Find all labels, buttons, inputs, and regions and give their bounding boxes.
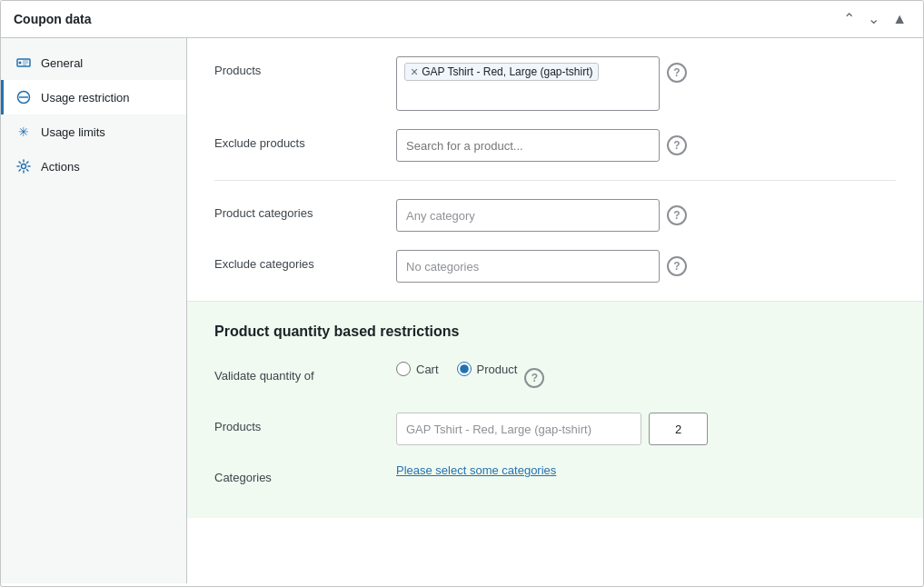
- products-help-icon[interactable]: ?: [667, 63, 687, 83]
- categories-qty-field-row: Categories Please select some categories: [214, 463, 896, 496]
- cart-radio-text: Cart: [416, 363, 439, 376]
- sidebar-item-general[interactable]: General: [1, 45, 186, 80]
- block-icon: [15, 89, 32, 105]
- categories-qty-label: Categories: [214, 463, 396, 484]
- main-content: Products × GAP Tshirt - Red, Large (gap-…: [187, 38, 923, 583]
- exclude-categories-field-row: Exclude categories No categories ?: [214, 250, 896, 283]
- exclude-categories-field-control: No categories ?: [396, 250, 896, 283]
- sidebar-item-general-label: General: [41, 56, 83, 70]
- divider-1: [214, 180, 896, 181]
- sidebar: General Usage restriction ✳ Usage limi: [1, 38, 187, 583]
- quantity-section-heading: Product quantity based restrictions: [214, 323, 896, 340]
- categories-qty-field-control: Please select some categories: [396, 463, 896, 477]
- window-title: Coupon data: [14, 12, 92, 26]
- gear-icon: [15, 158, 32, 174]
- expand-button[interactable]: ▲: [889, 10, 910, 28]
- usage-restriction-section: Products × GAP Tshirt - Red, Large (gap-…: [187, 38, 923, 302]
- cart-radio-label[interactable]: Cart: [396, 362, 439, 376]
- product-categories-label: Product categories: [214, 199, 396, 220]
- products-field-control: × GAP Tshirt - Red, Large (gap-tshirt) ?: [396, 56, 896, 111]
- chevron-down-button[interactable]: ⌄: [864, 10, 883, 28]
- exclude-products-help-icon[interactable]: ?: [667, 135, 687, 155]
- validate-quantity-help-icon[interactable]: ?: [524, 368, 544, 388]
- product-name-display: GAP Tshirt - Red, Large (gap-tshirt): [396, 413, 641, 445]
- exclude-categories-placeholder: No categories: [406, 260, 479, 274]
- product-tag: × GAP Tshirt - Red, Large (gap-tshirt): [404, 63, 599, 81]
- product-categories-help-icon[interactable]: ?: [667, 205, 687, 225]
- product-tag-label: GAP Tshirt - Red, Large (gap-tshirt): [422, 65, 592, 78]
- exclude-products-field-row: Exclude products ?: [214, 129, 896, 162]
- sidebar-item-usage-limits-label: Usage limits: [41, 125, 105, 139]
- products-qty-field-control: GAP Tshirt - Red, Large (gap-tshirt): [396, 413, 896, 445]
- layout: General Usage restriction ✳ Usage limi: [1, 38, 923, 583]
- exclude-categories-help-icon[interactable]: ?: [667, 256, 687, 276]
- product-categories-select[interactable]: Any category: [396, 199, 660, 232]
- radio-group: Cart Product: [396, 362, 517, 376]
- sidebar-item-usage-restriction[interactable]: Usage restriction: [1, 80, 186, 114]
- exclude-products-label: Exclude products: [214, 129, 396, 150]
- product-name-text: GAP Tshirt - Red, Large (gap-tshirt): [406, 423, 591, 436]
- exclude-categories-label: Exclude categories: [214, 250, 396, 271]
- sidebar-item-usage-limits[interactable]: ✳ Usage limits: [1, 114, 186, 149]
- window-header: Coupon data ⌃ ⌄ ▲: [1, 1, 923, 38]
- products-tag-input[interactable]: × GAP Tshirt - Red, Large (gap-tshirt): [396, 56, 660, 111]
- sidebar-item-actions[interactable]: Actions: [1, 149, 186, 184]
- categories-link[interactable]: Please select some categories: [396, 463, 556, 477]
- sidebar-item-actions-label: Actions: [41, 160, 80, 174]
- exclude-categories-select[interactable]: No categories: [396, 250, 660, 283]
- products-qty-label: Products: [214, 413, 396, 433]
- exclude-products-input[interactable]: [396, 129, 660, 162]
- ticket-icon: [15, 55, 32, 71]
- product-categories-field-control: Any category ?: [396, 199, 896, 232]
- quantity-section: Product quantity based restrictions Vali…: [187, 302, 923, 518]
- products-field-row: Products × GAP Tshirt - Red, Large (gap-…: [214, 56, 896, 111]
- product-radio-label[interactable]: Product: [457, 362, 518, 376]
- validate-quantity-field-row: Validate quantity of Cart Product: [214, 362, 896, 394]
- svg-text:✳: ✳: [18, 124, 29, 139]
- window-controls: ⌃ ⌄ ▲: [840, 10, 910, 28]
- svg-point-1: [19, 62, 22, 65]
- cart-radio-input[interactable]: [396, 362, 411, 376]
- asterisk-icon: ✳: [15, 124, 32, 140]
- svg-point-8: [22, 164, 26, 169]
- product-categories-placeholder: Any category: [406, 209, 475, 223]
- sidebar-item-usage-restriction-label: Usage restriction: [41, 91, 130, 104]
- validate-quantity-label: Validate quantity of: [214, 362, 396, 383]
- validate-quantity-field-control: Cart Product ?: [396, 362, 896, 388]
- chevron-up-button[interactable]: ⌃: [840, 10, 859, 28]
- product-quantity-row: GAP Tshirt - Red, Large (gap-tshirt): [396, 413, 896, 445]
- coupon-data-window: Coupon data ⌃ ⌄ ▲ General: [0, 0, 924, 587]
- product-categories-field-row: Product categories Any category ?: [214, 199, 896, 232]
- product-tag-remove[interactable]: ×: [411, 65, 418, 78]
- exclude-products-field-control: ?: [396, 129, 896, 162]
- product-radio-text: Product: [477, 363, 518, 376]
- products-qty-field-row: Products GAP Tshirt - Red, Large (gap-ts…: [214, 413, 896, 445]
- quantity-input[interactable]: [649, 413, 708, 445]
- product-radio-input[interactable]: [457, 362, 472, 376]
- products-label: Products: [214, 56, 396, 77]
